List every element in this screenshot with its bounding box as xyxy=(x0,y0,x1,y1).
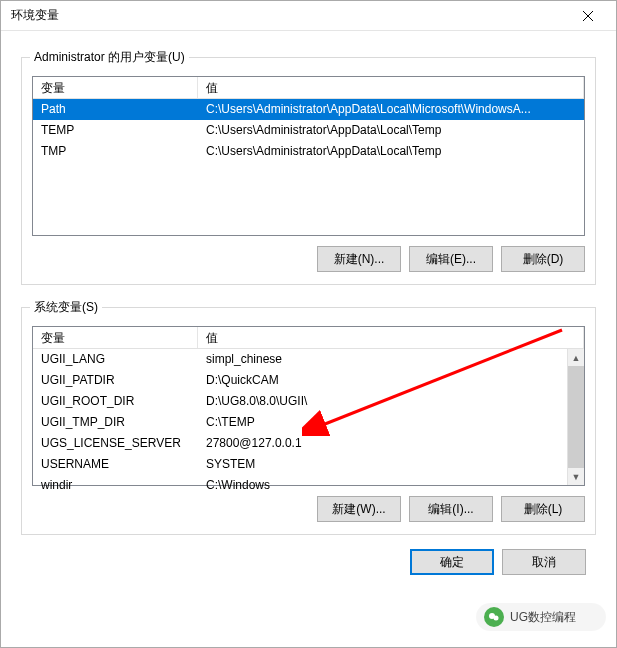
scroll-down-icon[interactable]: ▼ xyxy=(568,468,584,485)
var-name: UGII_LANG xyxy=(33,349,198,370)
table-row[interactable]: UGII_LANG simpl_chinese xyxy=(33,349,567,370)
table-row[interactable]: windir C:\Windows xyxy=(33,475,567,496)
table-row[interactable]: UGII_PATDIR D:\QuickCAM xyxy=(33,370,567,391)
table-row[interactable]: Path C:\Users\Administrator\AppData\Loca… xyxy=(33,99,584,120)
close-icon xyxy=(583,11,593,21)
system-variables-list[interactable]: 变量 值 UGII_LANG simpl_chinese UGII_PATDIR… xyxy=(32,326,585,486)
close-button[interactable] xyxy=(568,2,608,30)
scroll-thumb[interactable] xyxy=(568,366,584,468)
var-value: C:\Users\Administrator\AppData\Local\Tem… xyxy=(198,141,584,162)
var-name: UGII_PATDIR xyxy=(33,370,198,391)
sys-col-value[interactable]: 值 xyxy=(198,327,584,348)
var-name: windir xyxy=(33,475,198,496)
var-value: simpl_chinese xyxy=(198,349,567,370)
var-name: Path xyxy=(33,99,198,120)
user-delete-button[interactable]: 删除(D) xyxy=(501,246,585,272)
system-variables-group: 系统变量(S) 变量 值 UGII_LANG simpl_chinese UGI… xyxy=(21,307,596,535)
scroll-up-icon[interactable]: ▲ xyxy=(568,349,584,366)
table-row[interactable]: UGS_LICENSE_SERVER 27800@127.0.0.1 xyxy=(33,433,567,454)
user-list-body: Path C:\Users\Administrator\AppData\Loca… xyxy=(33,99,584,162)
var-value: D:\UG8.0\8.0\UGII\ xyxy=(198,391,567,412)
user-col-value[interactable]: 值 xyxy=(198,77,584,98)
title-bar: 环境变量 xyxy=(1,1,616,31)
user-group-label: Administrator 的用户变量(U) xyxy=(30,49,189,66)
ok-button[interactable]: 确定 xyxy=(410,549,494,575)
window-title: 环境变量 xyxy=(11,7,568,24)
table-row[interactable]: UGII_TMP_DIR C:\TEMP xyxy=(33,412,567,433)
var-value: C:\Users\Administrator\AppData\Local\Tem… xyxy=(198,120,584,141)
wechat-icon xyxy=(484,607,504,627)
var-name: UGII_ROOT_DIR xyxy=(33,391,198,412)
system-list-body: UGII_LANG simpl_chinese UGII_PATDIR D:\Q… xyxy=(33,349,584,496)
cancel-button[interactable]: 取消 xyxy=(502,549,586,575)
user-variables-list[interactable]: 变量 值 Path C:\Users\Administrator\AppData… xyxy=(32,76,585,236)
user-new-button[interactable]: 新建(N)... xyxy=(317,246,401,272)
svg-point-5 xyxy=(494,616,499,621)
user-list-header[interactable]: 变量 值 xyxy=(33,77,584,99)
var-value: SYSTEM xyxy=(198,454,567,475)
var-value: D:\QuickCAM xyxy=(198,370,567,391)
sys-col-name[interactable]: 变量 xyxy=(33,327,198,348)
dialog-button-row: 确定 取消 xyxy=(13,549,586,575)
system-button-row: 新建(W)... 编辑(I)... 删除(L) xyxy=(32,496,585,522)
user-variables-group: Administrator 的用户变量(U) 变量 值 Path C:\User… xyxy=(21,57,596,285)
system-delete-button[interactable]: 删除(L) xyxy=(501,496,585,522)
client-area: Administrator 的用户变量(U) 变量 值 Path C:\User… xyxy=(1,31,616,647)
user-button-row: 新建(N)... 编辑(E)... 删除(D) xyxy=(32,246,585,272)
system-new-button[interactable]: 新建(W)... xyxy=(317,496,401,522)
svg-point-4 xyxy=(489,613,495,619)
system-group-label: 系统变量(S) xyxy=(30,299,102,316)
user-edit-button[interactable]: 编辑(E)... xyxy=(409,246,493,272)
table-row[interactable]: TMP C:\Users\Administrator\AppData\Local… xyxy=(33,141,584,162)
var-name: TEMP xyxy=(33,120,198,141)
system-edit-button[interactable]: 编辑(I)... xyxy=(409,496,493,522)
var-value: C:\Users\Administrator\AppData\Local\Mic… xyxy=(198,99,584,120)
table-row[interactable]: USERNAME SYSTEM xyxy=(33,454,567,475)
var-name: UGS_LICENSE_SERVER xyxy=(33,433,198,454)
table-row[interactable]: TEMP C:\Users\Administrator\AppData\Loca… xyxy=(33,120,584,141)
user-col-name[interactable]: 变量 xyxy=(33,77,198,98)
watermark-text: UG数控编程 xyxy=(510,609,576,626)
watermark-overlay: UG数控编程 xyxy=(476,603,606,631)
var-name: UGII_TMP_DIR xyxy=(33,412,198,433)
var-value: C:\Windows xyxy=(198,475,567,496)
system-scrollbar[interactable]: ▲ ▼ xyxy=(567,349,584,485)
env-vars-dialog: 环境变量 Administrator 的用户变量(U) 变量 值 Path C:… xyxy=(0,0,617,648)
table-row[interactable]: UGII_ROOT_DIR D:\UG8.0\8.0\UGII\ xyxy=(33,391,567,412)
system-list-header[interactable]: 变量 值 xyxy=(33,327,584,349)
var-name: TMP xyxy=(33,141,198,162)
var-value: C:\TEMP xyxy=(198,412,567,433)
var-value: 27800@127.0.0.1 xyxy=(198,433,567,454)
var-name: USERNAME xyxy=(33,454,198,475)
